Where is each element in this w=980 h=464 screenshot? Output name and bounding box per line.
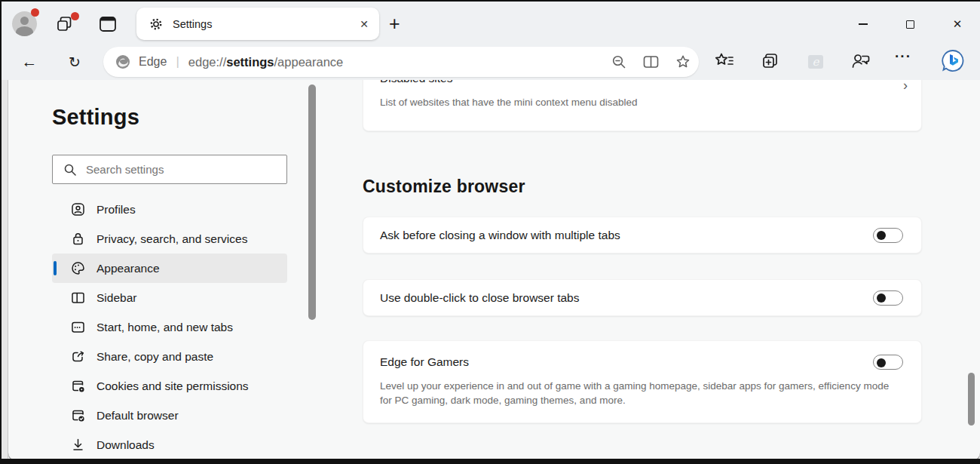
privacy-lock-icon	[70, 231, 87, 247]
zoom-out-icon[interactable]	[611, 54, 627, 70]
close-window-button[interactable]: ✕	[945, 15, 970, 33]
search-settings-box[interactable]	[52, 155, 287, 184]
sidebar-item-cookies-permissions[interactable]: Cookies and site permissions	[52, 371, 287, 401]
edge-for-gamers-description: Level up your experience in and out of g…	[380, 379, 896, 407]
tab-actions-menu-icon[interactable]	[96, 14, 119, 35]
appearance-palette-icon	[70, 260, 87, 276]
profiles-icon	[70, 201, 87, 217]
edge-for-gamers-toggle[interactable]	[873, 355, 903, 370]
page-title: Settings	[52, 105, 139, 130]
sidebar-layout-icon	[70, 290, 87, 306]
sidebar-nav: Profiles Privacy, search, and services	[52, 195, 287, 459]
svg-text:e: e	[813, 55, 820, 69]
ie-mode-icon: e	[806, 53, 825, 71]
tab-bar: Settings ✕ + ✕	[2, 2, 980, 44]
double-click-close-toggle[interactable]	[873, 290, 903, 306]
edge-logo-icon	[115, 54, 131, 70]
sidebar-item-default-browser[interactable]: Default browser	[52, 401, 287, 430]
section-heading: Customize browser	[363, 177, 922, 197]
start-home-tabs-icon	[70, 319, 87, 335]
tab-close-icon[interactable]: ✕	[360, 18, 369, 30]
new-tab-button[interactable]: +	[389, 14, 400, 33]
minimize-button[interactable]	[850, 15, 876, 33]
disabled-sites-description: List of websites that have the mini cont…	[380, 95, 905, 109]
ask-before-closing-card: Ask before closing a window with multipl…	[363, 217, 922, 254]
ask-before-closing-label: Ask before closing a window with multipl…	[380, 229, 620, 242]
favorites-icon[interactable]	[714, 51, 735, 71]
ask-before-closing-toggle[interactable]	[873, 228, 903, 243]
tab-settings[interactable]: Settings ✕	[136, 8, 379, 40]
settings-menu-icon[interactable]: ···	[895, 48, 911, 65]
browser-window: Settings ✕ + ✕ ← ↻ Edge | edge://setting…	[0, 0, 980, 459]
toolbar: ← ↻ Edge | edge://settings/appearance	[2, 44, 980, 80]
search-icon	[63, 163, 77, 177]
disabled-sites-row[interactable]: Disabled sites List of websites that hav…	[363, 80, 922, 131]
avatar-head	[20, 17, 29, 25]
edge-for-gamers-card: Edge for Gamers Level up your experience…	[363, 340, 922, 423]
settings-sidebar: Settings	[8, 80, 317, 460]
double-click-close-card: Use double-click to close browser tabs	[363, 279, 922, 316]
sidebar-item-privacy[interactable]: Privacy, search, and services	[52, 224, 287, 254]
sidebar-item-start-home[interactable]: Start, home, and new tabs	[52, 312, 287, 342]
maximize-button[interactable]	[897, 15, 923, 33]
disabled-sites-title: Disabled sites	[380, 80, 905, 85]
sidebar-item-downloads[interactable]: Downloads	[52, 430, 287, 459]
settings-page: Settings	[2, 80, 980, 460]
chevron-right-icon: ›	[903, 80, 908, 94]
sidebar-scrollbar-thumb[interactable]	[308, 85, 316, 320]
workspaces-notification-badge	[71, 12, 79, 20]
collections-icon[interactable]	[761, 51, 782, 71]
url-text: edge://settings/appearance	[188, 55, 343, 69]
address-bar[interactable]: Edge | edge://settings/appearance	[103, 47, 699, 77]
appearance-settings-content: Disabled sites List of websites that hav…	[317, 80, 980, 460]
back-icon[interactable]: ←	[18, 51, 41, 72]
address-separator: |	[176, 54, 179, 69]
tab-title: Settings	[173, 18, 212, 30]
double-click-close-label: Use double-click to close browser tabs	[380, 291, 579, 305]
settings-gear-icon	[149, 17, 163, 31]
profile-notification-badge	[31, 8, 39, 17]
selected-accent-bar	[54, 261, 57, 275]
search-engine-label: Edge	[139, 55, 167, 69]
default-browser-icon	[70, 407, 87, 423]
sidebar-item-share-copy-paste[interactable]: Share, copy and paste	[52, 342, 287, 371]
sidebar-item-profiles[interactable]: Profiles	[52, 195, 287, 224]
sidebar-item-appearance[interactable]: Appearance	[52, 254, 287, 283]
edge-for-gamers-label: Edge for Gamers	[380, 355, 469, 369]
favorite-star-icon[interactable]	[675, 54, 691, 70]
sidebar-item-sidebar[interactable]: Sidebar	[52, 283, 287, 312]
search-input[interactable]	[86, 163, 259, 176]
downloads-icon	[70, 437, 87, 453]
bing-copilot-icon[interactable]	[940, 48, 966, 74]
avatar-body	[16, 26, 33, 36]
feedback-icon[interactable]	[850, 51, 871, 71]
share-icon	[70, 349, 87, 364]
split-screen-icon[interactable]	[642, 54, 660, 69]
window-left-margin	[2, 80, 8, 460]
window-bottom-edge	[0, 459, 980, 464]
cookies-permissions-icon	[70, 378, 87, 394]
refresh-icon[interactable]: ↻	[63, 51, 86, 72]
content-scrollbar-thumb[interactable]	[968, 373, 975, 426]
